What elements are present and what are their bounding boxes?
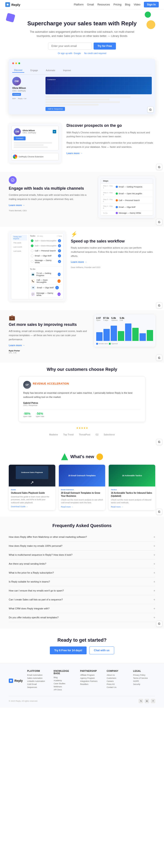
speed-learn-more[interactable]: Learn more →	[71, 260, 87, 263]
faq-item[interactable]: How does Reply differ from Mailchimp or …	[9, 532, 155, 541]
nav-link-gmail[interactable]: Gmail	[87, 3, 94, 6]
task-check[interactable]	[31, 260, 33, 263]
footer-link[interactable]: Agency Program	[80, 677, 102, 679]
nav-link-resources[interactable]: Resources	[97, 3, 110, 6]
engage-icon	[9, 176, 17, 184]
faq-item[interactable]: Is Reply suitable for working in teams? …	[9, 577, 155, 586]
new-card-2-cta[interactable]: Read more →	[61, 506, 103, 508]
footer-link[interactable]: Security	[133, 683, 155, 685]
minimize-dot	[15, 62, 17, 64]
tab-engage[interactable]: Engage	[29, 68, 39, 73]
faq-question: Can I create Sales call lists as part of…	[9, 598, 63, 601]
footer-link[interactable]: Privacy Policy	[133, 674, 155, 676]
faq-item[interactable]: What is the price for a Reply subscripti…	[9, 568, 155, 577]
tab-automate[interactable]: Automate	[44, 68, 57, 73]
footer-link[interactable]: Careers	[107, 680, 129, 682]
footer-link[interactable]: About Us	[107, 674, 129, 676]
new-card-2-body: Email Outreach 20 Email Outreach Templat…	[59, 487, 105, 510]
sidebar-week[interactable]: This week	[12, 241, 27, 245]
footer-link[interactable]: GDPR	[133, 680, 155, 682]
engage-learn-more[interactable]: Learn more →	[9, 204, 25, 207]
tab-discover[interactable]: Discover	[12, 68, 24, 73]
task-check[interactable]	[31, 249, 33, 252]
discover-left-panel: OW Olivia Wilson CEO, GetReply in Connec…	[9, 123, 61, 163]
whats-new-heading: What's new	[70, 454, 94, 459]
testimonial-header: GP REVENUE ACCELERATION	[23, 381, 141, 389]
chrome-label: GetReply Chrome Extension	[19, 156, 44, 158]
whats-new-circle	[97, 454, 103, 460]
facebook-icon[interactable]: f	[151, 699, 155, 703]
nav-link-video[interactable]: Video	[134, 3, 140, 6]
profile-connect-button[interactable]: Connect	[14, 136, 26, 140]
faq-item[interactable]: What CRM does Reply integrate with? +	[9, 604, 155, 613]
linkedin-footer-icon[interactable]: in	[145, 699, 149, 703]
footer-link[interactable]: Customers	[107, 677, 129, 679]
sequence-step-item: Step 3 · Day 6 Call — Personal Search	[101, 197, 153, 204]
faq-item[interactable]: Can I create Sales call lists as part of…	[9, 595, 155, 604]
cta-secondary-button[interactable]: Chat with us	[89, 647, 114, 654]
footer-link[interactable]: Email Automation	[27, 674, 49, 676]
new-card-1-cta[interactable]: Download Guide →	[11, 505, 53, 508]
faq-question: How can I ensure that my emails won't go…	[9, 589, 64, 592]
sidebar-last-week[interactable]: Last week	[12, 249, 27, 253]
new-card-1-text: Download the guide to learn more about t…	[11, 495, 53, 504]
discover-right-panel: Discover prospects on the go With Reply'…	[66, 123, 155, 155]
footer-col-title: PARTNERSHIP	[80, 670, 102, 672]
sidebar-month[interactable]: Last month	[12, 245, 27, 249]
nav-links: Platform Gmail Resources Pricing Blog Vi…	[74, 2, 159, 7]
faq-chevron-icon: +	[154, 580, 155, 583]
hero-google-link[interactable]: Google	[74, 52, 81, 55]
faq-item[interactable]: What is multichannel sequence in Reply? …	[9, 551, 155, 559]
footer-link[interactable]: Academy	[54, 679, 76, 682]
improve-learn-more[interactable]: Learn more →	[9, 344, 25, 347]
new-card-1: Outbound Sales Playbook ↗ Guide Outbound…	[9, 465, 55, 510]
stat1-label: open rate	[23, 415, 31, 417]
footer-link[interactable]: Webinars	[54, 686, 76, 688]
discover-section: OW Olivia Wilson CEO, GetReply in Connec…	[0, 119, 164, 172]
linkedin-icon[interactable]: in	[53, 130, 56, 133]
chart-stats: 2.97 Open 97.5k 7 days 5.8k Opened 5.8k …	[96, 317, 153, 321]
footer-link[interactable]: API Docs	[54, 689, 76, 691]
footer-link[interactable]: Sequences	[27, 686, 49, 688]
footer-link[interactable]: Blog	[54, 676, 76, 679]
faq-item[interactable]: How does Reply make my emails 100% perso…	[9, 541, 155, 551]
footer-social: 𝕏 in f	[139, 699, 155, 703]
task-check[interactable]: ✓	[31, 244, 33, 247]
faq-item[interactable]: Are there any email sending limits? +	[9, 559, 155, 568]
hero-cta-button[interactable]: Try for Free	[93, 42, 116, 50]
task-check[interactable]: ✓	[31, 240, 33, 242]
faq-item[interactable]: How can I ensure that my emails won't go…	[9, 586, 155, 595]
twitter-icon[interactable]: 𝕏	[139, 699, 143, 703]
task-check[interactable]	[31, 254, 33, 257]
cta-primary-button[interactable]: Try It Free for 14 days!	[50, 647, 87, 654]
footer-link[interactable]: Terms of Service	[133, 677, 155, 679]
logo[interactable]: Reply	[5, 2, 20, 7]
nav-link-pricing[interactable]: Pricing	[113, 3, 121, 6]
new-card-3-cta[interactable]: Read more →	[111, 506, 153, 508]
nav-link-platform[interactable]: Platform	[74, 3, 84, 6]
footer-col-title: COMPANY	[107, 670, 129, 672]
testimonial-avatar: GP	[23, 381, 31, 389]
product-stats: 500+ Reply • 1st	[12, 98, 43, 99]
testimonial-author-title: CEO, Response	[23, 404, 38, 406]
footer-link[interactable]: Cold Email	[27, 683, 49, 685]
footer-link[interactable]: Resellers	[80, 683, 102, 685]
footer-link[interactable]: Affiliate Program	[80, 674, 102, 676]
new-card-1-body: Guide Outbound Sales Playbook Guide Down…	[9, 487, 55, 510]
sidebar-today[interactable]: Today and beyond	[12, 235, 27, 241]
nav-signin-button[interactable]: Sign In	[144, 2, 159, 7]
faq-item[interactable]: Do you offer industry-specific email tem…	[9, 613, 155, 622]
add-to-sequence-button[interactable]: Add to Sequence	[46, 107, 65, 111]
tab-improve[interactable]: Improve	[61, 68, 73, 73]
footer-link[interactable]: Press Kit	[107, 683, 129, 685]
hero-email-input[interactable]	[48, 42, 92, 50]
footer-link[interactable]: Sales Automation	[27, 677, 49, 679]
task-row-item: Message — Danny White W	[30, 258, 62, 265]
footer-link[interactable]: Contact Us	[107, 686, 129, 688]
footer-link[interactable]: Case Studies	[54, 682, 76, 685]
footer-link[interactable]: Integration Partners	[80, 680, 102, 682]
discover-learn-more[interactable]: Learn more →	[66, 152, 83, 155]
email-icon: ✉	[31, 286, 35, 290]
nav-link-blog[interactable]: Blog	[125, 3, 130, 6]
footer-link[interactable]: LinkedIn Automation	[27, 680, 49, 682]
